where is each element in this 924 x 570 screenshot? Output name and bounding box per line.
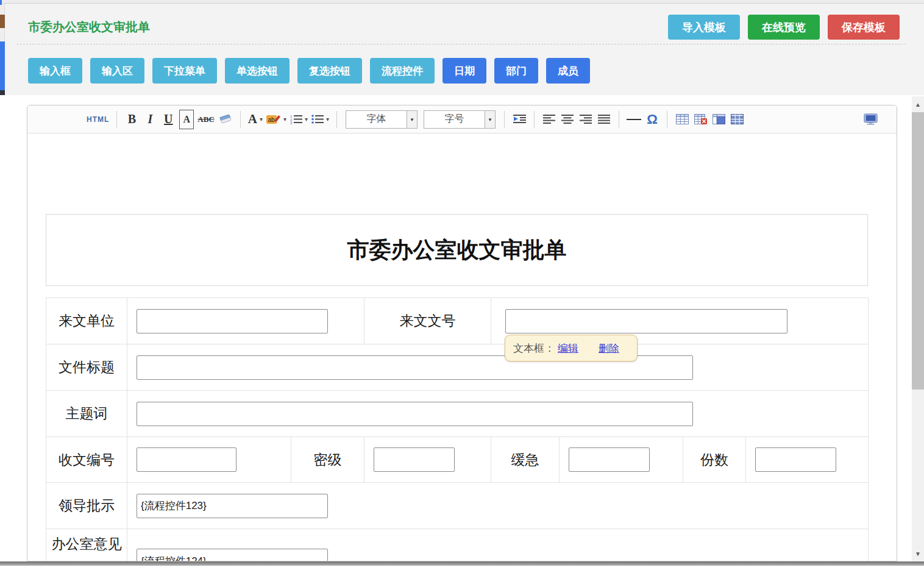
widget-toolbar: 输入框 输入区 下拉菜单 单选按钮 复选按钮 流程控件 日期 部门 成员 [28, 58, 590, 84]
tooltip-label: 文本框： [513, 341, 555, 355]
editor-toolbar: HTML B I U A ABC A ▾ ab ▾ [27, 105, 897, 134]
widget-input-box-button[interactable]: 输入框 [28, 58, 82, 84]
editor-document[interactable]: 市委办公室收文审批单 来文单位 来文文号 文件标题 主题词 收文 [27, 134, 897, 561]
table-properties-icon [713, 114, 725, 124]
page-title: 市委办公室收文审批单 [28, 19, 150, 35]
scroll-up-arrow[interactable]: ▲ [912, 99, 924, 110]
eraser-icon [219, 113, 232, 125]
chevron-down-icon: ▾ [485, 111, 495, 128]
scrollbar-thumb[interactable] [912, 112, 924, 390]
italic-button[interactable]: I [143, 110, 157, 129]
justify-button[interactable] [597, 110, 611, 129]
table-row: 领导批示 [46, 483, 869, 529]
doc-number-label: 来文文号 [364, 298, 491, 344]
align-right-button[interactable] [578, 110, 593, 129]
copies-cell [746, 437, 869, 483]
chevron-down-icon: ▾ [283, 116, 286, 123]
insert-table-icon [676, 114, 689, 124]
toolbar-separator [619, 111, 619, 128]
subject-words-cell [127, 391, 869, 437]
html-source-button[interactable]: HTML [87, 110, 109, 129]
widget-date-button[interactable]: 日期 [442, 58, 486, 84]
widget-textarea-button[interactable]: 输入区 [90, 58, 144, 84]
doc-title-cell [127, 344, 869, 391]
toolbar-separator [667, 111, 667, 128]
font-color-button[interactable]: A ▾ [248, 110, 263, 129]
horizontal-rule-button[interactable] [627, 110, 641, 129]
header-actions: 导入模板 在线预览 保存模板 [668, 15, 900, 40]
leader-instructions-cell [127, 483, 869, 529]
horizontal-rule-icon [627, 119, 641, 120]
source-unit-input[interactable] [137, 309, 328, 333]
scroll-down-arrow[interactable]: ▼ [912, 548, 924, 559]
online-preview-button[interactable]: 在线预览 [748, 15, 820, 40]
widget-flow-control-button[interactable]: 流程控件 [370, 58, 435, 84]
widget-department-button[interactable]: 部门 [494, 58, 538, 84]
urgency-label: 缓急 [491, 437, 560, 483]
ordered-list-icon: 1 2 3 [290, 114, 302, 124]
import-template-button[interactable]: 导入模板 [668, 15, 740, 40]
unordered-list-button[interactable]: ▾ [311, 110, 329, 129]
doc-number-input[interactable] [505, 309, 787, 333]
window-top-strip [0, 0, 924, 4]
toolbar-separator [336, 111, 337, 128]
fullscreen-button[interactable] [863, 110, 878, 129]
cell-properties-button[interactable] [730, 110, 744, 129]
page-header: 市委办公室收文审批单 导入模板 在线预览 保存模板 输入框 输入区 下拉菜单 单… [5, 4, 924, 95]
window-left-edge [0, 4, 5, 95]
source-unit-cell [127, 298, 364, 344]
svg-text:3: 3 [290, 121, 293, 124]
boxed-a-button[interactable]: A [179, 110, 194, 129]
security-level-cell [364, 437, 491, 483]
insert-table-button[interactable] [675, 110, 689, 129]
tooltip-delete-link[interactable]: 删除 [599, 341, 619, 355]
align-left-button[interactable] [542, 110, 556, 129]
table-properties-button[interactable] [711, 110, 726, 129]
font-family-value: 字体 [346, 111, 407, 128]
receipt-number-label: 收文编号 [46, 437, 127, 483]
delete-table-icon [694, 114, 707, 124]
security-level-input[interactable] [374, 447, 455, 472]
align-center-button[interactable] [560, 110, 575, 129]
table-row: 主题词 [46, 391, 869, 437]
chevron-down-icon: ▾ [407, 111, 417, 128]
form-title: 市委办公室收文审批单 [347, 235, 567, 265]
cell-properties-icon [731, 114, 744, 124]
save-template-button[interactable]: 保存模板 [828, 15, 900, 40]
indent-button[interactable] [512, 110, 527, 129]
widget-checkbox-button[interactable]: 复选按钮 [297, 58, 362, 84]
table-row: 来文单位 来文文号 [46, 298, 869, 344]
table-row: 收文编号 密级 缓急 份数 [46, 437, 869, 483]
receipt-number-input[interactable] [137, 447, 236, 472]
widget-dropdown-button[interactable]: 下拉菜单 [152, 58, 217, 84]
font-family-select[interactable]: 字体 ▾ [346, 110, 418, 129]
delete-table-button[interactable] [693, 110, 708, 129]
vertical-scrollbar[interactable]: ▲ ▼ [912, 96, 924, 564]
align-left-icon [543, 114, 555, 124]
tooltip-edit-link[interactable]: 编辑 [558, 341, 578, 355]
subject-words-input[interactable] [137, 402, 693, 426]
office-opinion-cell [127, 529, 869, 562]
bold-button[interactable]: B [124, 110, 139, 129]
special-character-button[interactable]: Ω [645, 110, 659, 129]
widget-member-button[interactable]: 成员 [546, 58, 590, 84]
urgency-input[interactable] [569, 447, 650, 472]
toolbar-separator [504, 111, 505, 128]
left-edge-artifact-brown [0, 15, 5, 28]
copies-input[interactable] [755, 447, 836, 472]
highlight-color-button[interactable]: ab ▾ [266, 110, 286, 129]
widget-context-tooltip: 文本框： 编辑 删除 [505, 335, 638, 362]
window-corner-artifact [0, 0, 2, 5]
left-edge-artifact-dark [0, 90, 5, 95]
leader-instructions-input[interactable] [137, 494, 328, 518]
underline-button[interactable]: U [161, 110, 176, 129]
widget-radio-button[interactable]: 单选按钮 [225, 58, 290, 84]
strikethrough-button[interactable]: ABC [197, 110, 214, 129]
copies-label: 份数 [683, 437, 746, 483]
office-opinion-input[interactable] [137, 549, 328, 561]
font-size-select[interactable]: 字号 ▾ [424, 110, 496, 129]
ordered-list-button[interactable]: 1 2 3 ▾ [290, 110, 308, 129]
source-unit-label: 来文单位 [46, 298, 127, 344]
remove-format-button[interactable] [218, 110, 233, 129]
chevron-down-icon: ▾ [305, 116, 308, 123]
